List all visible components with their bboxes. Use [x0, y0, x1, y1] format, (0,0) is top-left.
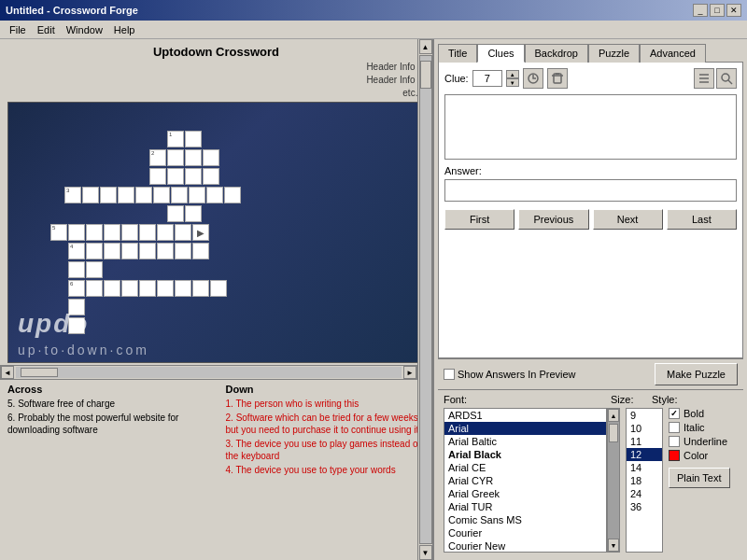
- scroll-down-button[interactable]: ▼: [419, 545, 432, 560]
- previous-button[interactable]: Previous: [518, 209, 588, 230]
- font-item-comic-sans[interactable]: Comic Sans MS: [444, 513, 606, 526]
- font-list[interactable]: ARDS1 Arial Arial Baltic Arial Black Ari…: [444, 408, 607, 553]
- font-panel: Font: Size: Style: ARDS1 Arial Arial Bal…: [438, 389, 743, 556]
- font-item-courier-new[interactable]: Courier New: [444, 539, 606, 553]
- menu-file[interactable]: File: [4, 23, 32, 36]
- underline-option: Underline: [669, 436, 730, 447]
- size-36[interactable]: 36: [627, 500, 662, 513]
- show-answers-checkbox[interactable]: [444, 369, 455, 380]
- font-list-scrollbar[interactable]: ▲ ▼: [607, 408, 620, 553]
- scroll-thumb[interactable]: [420, 61, 431, 89]
- font-item-ards1[interactable]: ARDS1: [444, 409, 606, 422]
- size-12[interactable]: 12: [627, 448, 662, 461]
- font-item-courier[interactable]: Courier: [444, 526, 606, 539]
- across-clue-6: 6. Probably the most powerful website fo…: [7, 412, 207, 436]
- down-clue-1-text: The person who is writing this: [235, 399, 359, 409]
- bold-option: ✓ Bold: [669, 408, 730, 419]
- font-item-arial-ce[interactable]: Arial CE: [444, 461, 606, 474]
- horizontal-scrollbar[interactable]: ◄ ►: [0, 365, 417, 380]
- tab-backdrop[interactable]: Backdrop: [525, 44, 588, 63]
- left-panel: Uptodown Crossword Header Info 1 Header …: [0, 39, 434, 560]
- font-scroll-thumb[interactable]: [609, 424, 618, 442]
- size-10[interactable]: 10: [627, 422, 662, 435]
- font-item-arial-black[interactable]: Arial Black: [444, 448, 606, 461]
- bold-checkbox[interactable]: ✓: [669, 408, 680, 419]
- font-item-arial-baltic[interactable]: Arial Baltic: [444, 435, 606, 448]
- first-button[interactable]: First: [444, 209, 514, 230]
- color-option: Color: [669, 450, 730, 461]
- size-18[interactable]: 18: [627, 474, 662, 487]
- header-info-1: Header Info 1: [0, 61, 423, 74]
- maximize-button[interactable]: □: [710, 4, 725, 17]
- down-clue-3-num: 3.: [226, 439, 233, 449]
- minimize-button[interactable]: _: [693, 4, 708, 17]
- clue-number-spinner: ▲ ▼: [506, 70, 519, 87]
- font-panel-labels: Font: Size: Style:: [444, 394, 738, 405]
- close-button[interactable]: ✕: [726, 4, 741, 17]
- clue-textarea[interactable]: [444, 94, 737, 160]
- make-puzzle-button[interactable]: Make Puzzle: [655, 363, 738, 385]
- bottom-bar: Show Answers In Preview Make Puzzle: [438, 358, 743, 389]
- down-clue-2-text: Software which can be tried for a few we…: [226, 413, 421, 435]
- size-24[interactable]: 24: [627, 487, 662, 500]
- size-9[interactable]: 9: [627, 409, 662, 422]
- font-item-arial[interactable]: Arial: [444, 422, 606, 435]
- reset-button[interactable]: [523, 68, 543, 89]
- plain-text-button[interactable]: Plain Text: [669, 468, 730, 488]
- italic-label: Italic: [684, 422, 705, 433]
- show-answers-label: Show Answers In Preview: [458, 369, 576, 380]
- tab-advanced[interactable]: Advanced: [640, 44, 706, 63]
- menu-bar: File Edit Window Help: [0, 21, 747, 39]
- font-scroll-track: [608, 422, 619, 539]
- answer-input[interactable]: [444, 179, 737, 202]
- logo-text: updo: [18, 309, 89, 339]
- next-button[interactable]: Next: [593, 209, 663, 230]
- scroll-up-button[interactable]: ▲: [419, 39, 432, 54]
- crossword-title: Uptodown Crossword: [0, 39, 432, 61]
- horizontal-scroll-thumb[interactable]: [21, 368, 58, 377]
- clue-number-input[interactable]: [472, 70, 502, 87]
- across-clue-5: 5. Software free of charge: [7, 398, 207, 410]
- across-clue-6-text: Probably the most powerful website for d…: [7, 413, 178, 435]
- tab-clues[interactable]: Clues: [477, 44, 524, 63]
- delete-icon: [551, 72, 564, 85]
- underline-checkbox[interactable]: [669, 436, 680, 447]
- size-14[interactable]: 14: [627, 461, 662, 474]
- horizontal-scroll-track: [16, 367, 402, 378]
- down-clue-4: 4. The device you use to type your words: [226, 464, 426, 476]
- menu-help[interactable]: Help: [108, 23, 141, 36]
- spin-up-button[interactable]: ▲: [506, 70, 519, 78]
- last-button[interactable]: Last: [667, 209, 737, 230]
- menu-window[interactable]: Window: [61, 23, 108, 36]
- toolbar-right: [694, 68, 737, 89]
- size-11[interactable]: 11: [627, 435, 662, 448]
- font-scroll-up[interactable]: ▲: [608, 409, 619, 422]
- spin-down-button[interactable]: ▼: [506, 78, 519, 87]
- list-view-button[interactable]: [694, 68, 714, 89]
- down-clues: Down 1. The person who is writing this 2…: [226, 384, 426, 556]
- down-header: Down: [226, 384, 426, 395]
- search-button[interactable]: [716, 68, 737, 89]
- left-vertical-scrollbar[interactable]: ▲ ▼: [417, 39, 432, 560]
- delete-button[interactable]: [547, 68, 568, 89]
- down-clue-4-text: The device you use to type your words: [235, 465, 395, 475]
- across-header: Across: [7, 384, 207, 395]
- tab-puzzle[interactable]: Puzzle: [588, 44, 640, 63]
- show-answers-section: Show Answers In Preview: [444, 369, 576, 380]
- search-icon: [720, 72, 733, 85]
- scroll-left-button[interactable]: ◄: [1, 366, 14, 379]
- font-item-arial-tur[interactable]: Arial TUR: [444, 500, 606, 513]
- scroll-right-button[interactable]: ►: [403, 366, 416, 379]
- color-label: Color: [684, 450, 708, 461]
- font-item-arial-cyr[interactable]: Arial CYR: [444, 474, 606, 487]
- header-info: Header Info 1 Header Info 2 etc...: [0, 61, 432, 100]
- font-item-arial-greek[interactable]: Arial Greek: [444, 487, 606, 500]
- across-clues: Across 5. Software free of charge 6. Pro…: [7, 384, 207, 556]
- italic-checkbox[interactable]: [669, 422, 680, 433]
- size-list[interactable]: 9 10 11 12 14 18 24 36: [626, 408, 663, 553]
- font-list-wrapper: ARDS1 Arial Arial Baltic Arial Black Ari…: [444, 408, 620, 553]
- font-scroll-down[interactable]: ▼: [608, 539, 619, 552]
- bold-label: Bold: [684, 408, 704, 419]
- tab-title[interactable]: Title: [438, 44, 477, 63]
- menu-edit[interactable]: Edit: [32, 23, 61, 36]
